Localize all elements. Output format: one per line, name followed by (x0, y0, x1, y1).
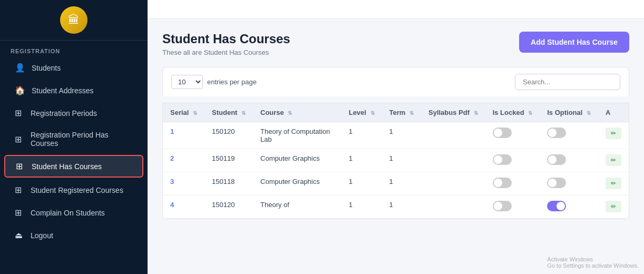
sidebar-item-registration-periods[interactable]: ⊞ Registration Periods (4, 103, 143, 123)
cell-actions[interactable]: ✏ (598, 122, 629, 149)
sidebar-item-student-has-courses[interactable]: ⊞ Student Has Courses (4, 155, 143, 178)
is-locked-toggle[interactable] (493, 201, 512, 211)
page-subtitle: These all are Student Has Courses (162, 48, 290, 56)
entries-per-page-select[interactable]: 10 25 50 100 (171, 75, 203, 89)
cell-student: 150118 (204, 172, 253, 195)
sidebar-item-label: Logout (31, 231, 53, 240)
cell-actions[interactable]: ✏ (598, 195, 629, 219)
sidebar-item-label: Complain On Students (31, 209, 105, 217)
cell-actions[interactable]: ✏ (598, 149, 629, 172)
table-icon: ⊞ (15, 108, 24, 118)
col-course: Course ⇅ (253, 103, 341, 122)
cell-is-locked[interactable] (485, 172, 540, 195)
table-row: 2 150119 Computer Graphics 1 1 ✏ (163, 149, 629, 172)
table-row: 1 150120 Theory of Computation Lab 1 1 ✏ (163, 122, 629, 149)
edit-button[interactable]: ✏ (606, 201, 621, 212)
cell-syllabus-pdf (421, 172, 485, 195)
cell-course: Theory of (253, 195, 341, 219)
cell-syllabus-pdf (421, 195, 485, 219)
table-icon-3: ⊞ (16, 161, 25, 171)
col-is-optional: Is Optional ⇅ (540, 103, 598, 122)
edit-button[interactable]: ✏ (606, 154, 621, 166)
edit-button[interactable]: ✏ (606, 178, 621, 189)
table-row: 4 150120 Theory of 1 1 ✏ (163, 195, 629, 219)
search-input[interactable] (515, 74, 620, 90)
cell-course: Theory of Computation Lab (253, 122, 341, 149)
sidebar-item-registration-period-has-courses[interactable]: ⊞ Registration Period Has Courses (4, 125, 143, 153)
edit-button[interactable]: ✏ (606, 128, 621, 139)
sidebar-item-label: Registration Period Has Courses (31, 131, 133, 148)
add-student-has-course-button[interactable]: Add Student Has Course (519, 32, 629, 53)
table-row: 3 150118 Computer Graphics 1 1 ✏ (163, 172, 629, 195)
col-is-locked: Is Locked ⇅ (485, 103, 540, 122)
main-content: Student Has Courses These all are Studen… (148, 0, 644, 274)
home-icon: 🏠 (15, 85, 25, 95)
is-optional-toggle[interactable] (547, 201, 566, 211)
logo-icon: 🏛 (60, 6, 87, 34)
cell-level: 1 (341, 122, 382, 149)
cell-term: 1 (382, 195, 421, 219)
student-has-courses-table: Serial ⇅ Student ⇅ Course ⇅ Level ⇅ Term… (163, 103, 629, 219)
sidebar-item-student-addresses[interactable]: 🏠 Student Addresses (4, 80, 143, 101)
cell-serial: 1 (163, 122, 204, 149)
is-optional-toggle[interactable] (547, 178, 566, 188)
sidebar-item-students[interactable]: 👤 Students (4, 57, 143, 78)
table-header-row: Serial ⇅ Student ⇅ Course ⇅ Level ⇅ Term… (163, 103, 629, 122)
logout-icon: ⏏ (15, 230, 24, 240)
cell-actions[interactable]: ✏ (598, 172, 629, 195)
sidebar-item-label: Student Has Courses (32, 162, 102, 171)
sidebar-item-complain-on-students[interactable]: ⊞ Complain On Students (4, 202, 143, 223)
cell-term: 1 (382, 149, 421, 172)
students-icon: 👤 (15, 63, 25, 73)
page-header: Student Has Courses These all are Studen… (162, 32, 629, 56)
cell-syllabus-pdf (421, 149, 485, 172)
table-icon-2: ⊞ (15, 134, 24, 144)
cell-syllabus-pdf (421, 122, 485, 149)
cell-is-locked[interactable] (485, 149, 540, 172)
cell-student: 150120 (204, 195, 253, 219)
page-title-block: Student Has Courses These all are Studen… (162, 32, 290, 56)
table-icon-5: ⊞ (15, 208, 24, 218)
is-locked-toggle[interactable] (493, 128, 512, 138)
cell-is-optional[interactable] (540, 149, 598, 172)
col-syllabus-pdf: Syllabus Pdf ⇅ (421, 103, 485, 122)
cell-level: 1 (341, 195, 382, 219)
sidebar-section-label: Registration (0, 41, 148, 56)
col-level: Level ⇅ (341, 103, 382, 122)
page-title: Student Has Courses (162, 32, 290, 46)
content-area: Student Has Courses These all are Studen… (148, 19, 644, 274)
col-serial: Serial ⇅ (163, 103, 204, 122)
cell-is-optional[interactable] (540, 172, 598, 195)
table-icon-4: ⊞ (15, 185, 24, 195)
cell-serial: 2 (163, 149, 204, 172)
cell-course: Computer Graphics (253, 149, 341, 172)
entries-control: 10 25 50 100 entries per page (171, 75, 257, 89)
sidebar-item-label: Student Registered Courses (31, 186, 123, 194)
is-locked-toggle[interactable] (493, 178, 512, 188)
sidebar-item-label: Students (32, 64, 61, 72)
cell-is-optional[interactable] (540, 122, 598, 149)
is-locked-toggle[interactable] (493, 154, 512, 165)
sidebar-item-logout[interactable]: ⏏ Logout (4, 225, 143, 246)
sidebar-item-label: Student Addresses (32, 86, 94, 95)
col-actions: A (598, 103, 629, 122)
cell-is-optional[interactable] (540, 195, 598, 219)
cell-course: Computer Graphics (253, 172, 341, 195)
sidebar-item-label: Registration Periods (31, 109, 97, 118)
entries-label: entries per page (207, 78, 257, 86)
cell-is-locked[interactable] (485, 122, 540, 149)
cell-level: 1 (341, 172, 382, 195)
sidebar: 🏛 Registration 👤 Students 🏠 Student Addr… (0, 0, 148, 274)
col-student: Student ⇅ (204, 103, 253, 122)
cell-student: 150120 (204, 122, 253, 149)
cell-level: 1 (341, 149, 382, 172)
table-controls: 10 25 50 100 entries per page (162, 67, 629, 96)
top-bar (148, 0, 644, 19)
sidebar-logo: 🏛 (0, 0, 148, 41)
is-optional-toggle[interactable] (547, 128, 566, 138)
is-optional-toggle[interactable] (547, 154, 566, 165)
cell-is-locked[interactable] (485, 195, 540, 219)
sidebar-item-student-registered-courses[interactable]: ⊞ Student Registered Courses (4, 180, 143, 200)
cell-student: 150119 (204, 149, 253, 172)
table-wrapper: Serial ⇅ Student ⇅ Course ⇅ Level ⇅ Term… (162, 103, 629, 219)
